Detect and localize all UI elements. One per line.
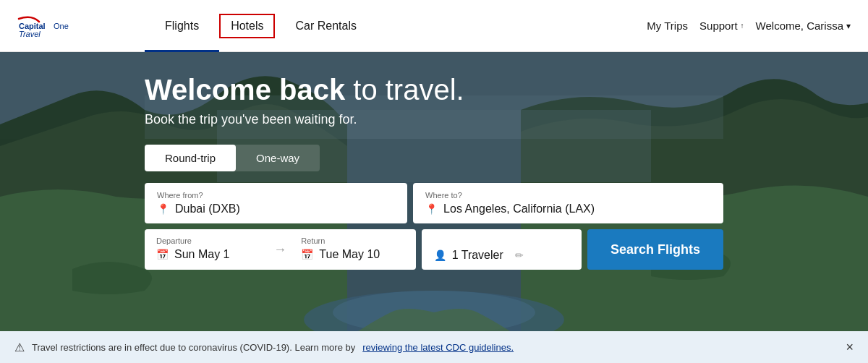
departure-label: Departure bbox=[156, 236, 259, 245]
support-arrow-icon: ↑ bbox=[741, 22, 744, 30]
logo[interactable]: Capital One Travel bbox=[17, 13, 116, 39]
nav-car-rentals[interactable]: Car Rentals bbox=[275, 0, 376, 52]
to-value: Los Angeles, California (LAX) bbox=[443, 202, 595, 215]
return-field[interactable]: Return 📅 Tue May 10 bbox=[289, 229, 415, 270]
hero-title: Welcome back to travel. bbox=[145, 74, 723, 106]
departure-field[interactable]: Departure 📅 Sun May 1 bbox=[145, 229, 271, 270]
date-arrow-separator: → bbox=[271, 229, 289, 270]
to-field[interactable]: Where to? 📍 Los Angeles, California (LAX… bbox=[413, 183, 723, 223]
return-value-wrapper: 📅 Tue May 10 bbox=[301, 248, 404, 261]
return-label: Return bbox=[301, 236, 404, 245]
support-label: Support bbox=[699, 20, 738, 32]
svg-text:One: One bbox=[54, 22, 69, 30]
from-field[interactable]: Where from? 📍 Dubai (DXB) bbox=[145, 183, 407, 223]
alert-cdc-link[interactable]: reviewing the latest CDC guidelines. bbox=[362, 342, 514, 353]
nav-hotels[interactable]: Hotels bbox=[219, 14, 275, 38]
search-flights-label: Search Flights bbox=[610, 242, 700, 257]
departure-value-wrapper: 📅 Sun May 1 bbox=[156, 248, 259, 261]
my-trips-link[interactable]: My Trips bbox=[647, 20, 688, 32]
welcome-dropdown-icon: ▾ bbox=[846, 21, 851, 31]
round-trip-tab[interactable]: Round-trip bbox=[145, 145, 236, 171]
alert-warning-icon: ⚠ bbox=[14, 341, 25, 354]
my-trips-label: My Trips bbox=[647, 20, 688, 32]
logo-svg: Capital One Travel bbox=[17, 13, 104, 39]
hero-content: Welcome back to travel. Book the trip yo… bbox=[145, 74, 723, 270]
location-pin-icon: 📍 bbox=[157, 203, 169, 215]
one-way-label: One-way bbox=[256, 152, 299, 164]
departure-calendar-icon: 📅 bbox=[156, 249, 169, 260]
to-label: Where to? bbox=[425, 191, 711, 200]
search-form: Where from? 📍 Dubai (DXB) Where to? 📍 Lo… bbox=[145, 183, 723, 270]
traveler-field[interactable]: 👤 1 Traveler ✏ bbox=[422, 229, 582, 270]
traveler-value: 1 Traveler bbox=[452, 249, 503, 262]
welcome-label: Welcome, Carissa bbox=[756, 20, 843, 32]
one-way-tab[interactable]: One-way bbox=[236, 145, 320, 171]
support-link[interactable]: Support ↑ bbox=[699, 20, 744, 32]
hero-section: Welcome back to travel. Book the trip yo… bbox=[0, 52, 868, 363]
header: Capital One Travel Flights Hotels Car Re… bbox=[0, 0, 868, 52]
round-trip-label: Round-trip bbox=[165, 152, 216, 164]
svg-text:Travel: Travel bbox=[19, 30, 41, 38]
main-nav: Flights Hotels Car Rentals bbox=[145, 0, 647, 52]
from-label: Where from? bbox=[157, 191, 395, 200]
from-value-wrapper: 📍 Dubai (DXB) bbox=[157, 202, 395, 215]
hero-subtitle: Book the trip you've been waiting for. bbox=[145, 112, 723, 127]
alert-text: Travel restrictions are in effect due to… bbox=[32, 342, 355, 353]
nav-flights-label: Flights bbox=[165, 20, 199, 33]
alert-close-button[interactable]: × bbox=[846, 340, 854, 355]
dates-travelers-row: Departure 📅 Sun May 1 → Return 📅 Tue May… bbox=[145, 229, 723, 270]
nav-flights[interactable]: Flights bbox=[145, 0, 219, 52]
hero-title-strong: Welcome back bbox=[145, 74, 345, 106]
to-value-wrapper: 📍 Los Angeles, California (LAX) bbox=[425, 202, 711, 215]
origin-destination-row: Where from? 📍 Dubai (DXB) Where to? 📍 Lo… bbox=[145, 183, 723, 223]
welcome-user[interactable]: Welcome, Carissa ▾ bbox=[756, 20, 851, 32]
return-value: Tue May 10 bbox=[319, 248, 380, 261]
traveler-edit-icon: ✏ bbox=[515, 249, 524, 261]
departure-value: Sun May 1 bbox=[174, 248, 229, 261]
search-flights-button[interactable]: Search Flights bbox=[587, 229, 723, 270]
from-value: Dubai (DXB) bbox=[175, 202, 240, 215]
alert-bar: ⚠ Travel restrictions are in effect due … bbox=[0, 331, 868, 363]
traveler-person-icon: 👤 bbox=[434, 249, 446, 261]
return-calendar-icon: 📅 bbox=[301, 249, 313, 260]
date-wrapper: Departure 📅 Sun May 1 → Return 📅 Tue May… bbox=[145, 229, 416, 270]
nav-car-rentals-label: Car Rentals bbox=[295, 20, 356, 33]
trip-type-tabs: Round-trip One-way bbox=[145, 145, 320, 171]
traveler-value-wrapper: 👤 1 Traveler ✏ bbox=[434, 249, 569, 262]
nav-right: My Trips Support ↑ Welcome, Carissa ▾ bbox=[647, 20, 851, 32]
destination-pin-icon: 📍 bbox=[425, 203, 438, 215]
hero-title-rest: to travel. bbox=[345, 74, 464, 106]
nav-hotels-label: Hotels bbox=[231, 20, 263, 33]
